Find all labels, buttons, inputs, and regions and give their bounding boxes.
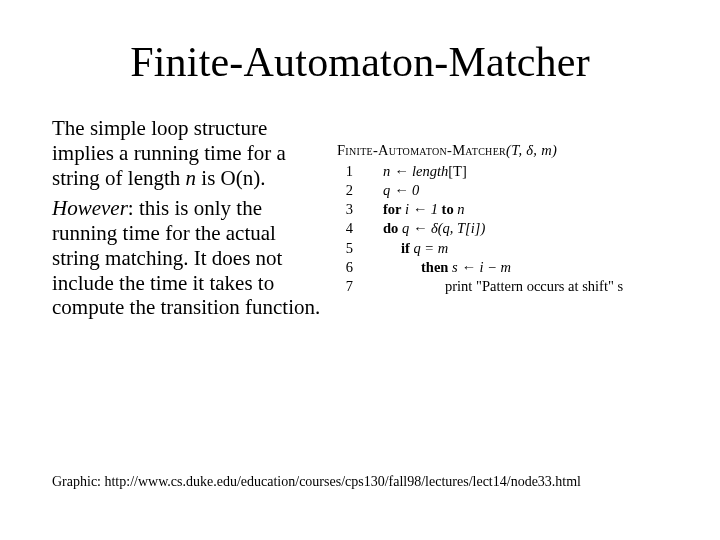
para2-however: However (52, 196, 128, 220)
slide: Finite-Automaton-Matcher The simple loop… (0, 0, 720, 540)
c5b: q = m (413, 240, 448, 256)
code-line-5: if q = m (373, 239, 680, 258)
c6a: then (421, 259, 452, 275)
line-number: 4 (337, 219, 353, 238)
code-line-1: n ← length[T] (373, 162, 680, 181)
code-line-3: for i ← 1 to n (373, 200, 680, 219)
line-number: 7 (337, 277, 353, 296)
code-lines: 1 n ← length[T] 2 q ← 0 3 for i ← 1 to n… (337, 162, 680, 296)
para1-italic-n: n (186, 166, 197, 190)
left-text-column: The simple loop structure implies a runn… (52, 116, 327, 326)
c1b: length (412, 163, 448, 179)
footer-source: Graphic: http://www.cs.duke.edu/educatio… (52, 474, 581, 490)
c1c: [T] (448, 163, 467, 179)
line-number: 6 (337, 258, 353, 277)
code-line-7: print "Pattern occurs at shift" s (373, 277, 680, 296)
c4a: do (383, 220, 402, 236)
code-header: Finite-Automaton-Matcher(T, δ, m) (337, 142, 680, 159)
c3c: to (442, 201, 458, 217)
c3d: n (457, 201, 464, 217)
paragraph-1: The simple loop structure implies a runn… (52, 116, 327, 190)
line-number: 3 (337, 200, 353, 219)
slide-body: The simple loop structure implies a runn… (0, 86, 720, 326)
code-header-args: (T, δ, m) (506, 142, 557, 158)
code-line-4: do q ← δ(q, T[i]) (373, 219, 680, 238)
c5a: if (401, 240, 413, 256)
code-line-6: then s ← i − m (373, 258, 680, 277)
paragraph-2: However: this is only the running time f… (52, 196, 327, 320)
pseudocode-block: Finite-Automaton-Matcher(T, δ, m) 1 n ← … (337, 116, 680, 326)
c6b: s ← i − m (452, 259, 511, 275)
slide-title: Finite-Automaton-Matcher (0, 0, 720, 86)
c4b: q ← δ(q, T[i]) (402, 220, 485, 236)
code-header-name: Finite-Automaton-Matcher (337, 142, 506, 158)
c3a: for (383, 201, 405, 217)
para1-part-b: is O(n). (196, 166, 265, 190)
c3b: i ← 1 (405, 201, 442, 217)
c1a: n ← (383, 163, 412, 179)
line-number: 1 (337, 162, 353, 181)
line-number: 2 (337, 181, 353, 200)
line-number: 5 (337, 239, 353, 258)
code-line-2: q ← 0 (373, 181, 680, 200)
c7a: print "Pattern occurs at shift" s (445, 278, 623, 294)
